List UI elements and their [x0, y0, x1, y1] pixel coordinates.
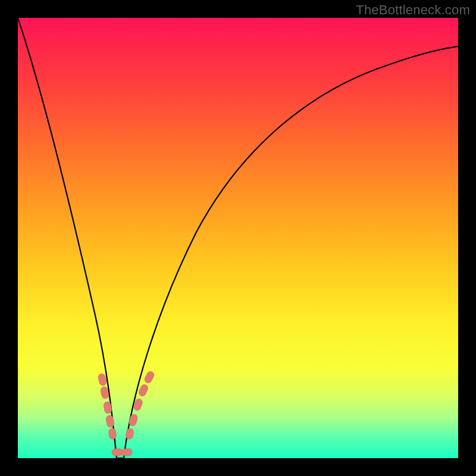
- svg-rect-11: [143, 370, 155, 384]
- svg-rect-10: [137, 383, 149, 397]
- svg-rect-4: [108, 428, 117, 439]
- chart-frame: TheBottleneck.com: [0, 0, 476, 476]
- plot-area: [18, 18, 458, 458]
- watermark-text: TheBottleneck.com: [356, 2, 470, 18]
- svg-rect-0: [98, 373, 107, 386]
- svg-rect-3: [106, 415, 115, 428]
- curve-layer: [18, 18, 458, 458]
- svg-rect-5: [112, 449, 123, 456]
- svg-rect-8: [128, 414, 138, 427]
- svg-rect-6: [121, 449, 132, 456]
- bottleneck-curve: [18, 18, 458, 458]
